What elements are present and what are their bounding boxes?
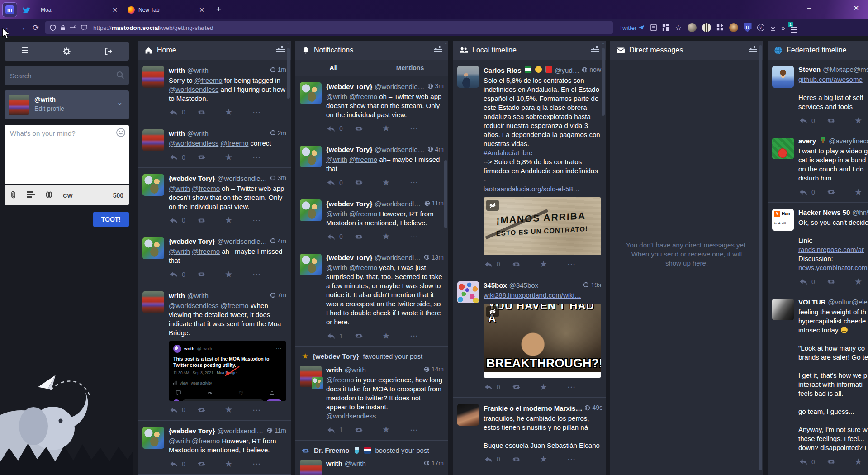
timestamp[interactable]: 1m [270, 65, 286, 74]
boost-action[interactable] [512, 260, 540, 269]
mention-link[interactable]: @worldsendless [169, 139, 218, 147]
display-name[interactable]: writh [169, 291, 185, 300]
display-name[interactable]: {webdev Tory} [326, 253, 372, 262]
favourite-action[interactable]: ★ [854, 458, 868, 466]
boost-action[interactable] [354, 178, 382, 187]
more-icon[interactable]: ··· [568, 456, 576, 463]
more-icon[interactable]: ··· [568, 383, 576, 391]
display-name[interactable]: writh [326, 459, 342, 468]
more-action[interactable]: ··· [568, 383, 596, 391]
scrollbar[interactable]: ⌃ [602, 43, 605, 473]
mention-link[interactable]: @worldsendless [169, 302, 218, 309]
privacy-badger-icon[interactable] [702, 23, 711, 32]
account-handle[interactable]: @writh [187, 291, 209, 300]
favourite-action[interactable]: ★ [854, 188, 868, 196]
tab-mentions[interactable]: Mentions [372, 60, 448, 76]
account-handle[interactable]: @voltur@elekk [828, 298, 868, 307]
toot-button[interactable]: TOOT! [93, 212, 129, 227]
reply-icon[interactable] [326, 232, 336, 242]
boost-action[interactable] [826, 457, 854, 466]
reply-action[interactable]: 1 [326, 331, 354, 341]
avatar-link[interactable] [142, 129, 164, 151]
column-settings-icon[interactable] [591, 46, 599, 55]
avatar-link[interactable] [772, 138, 794, 159]
more-action[interactable]: ··· [410, 179, 438, 186]
scrollbar[interactable] [759, 43, 762, 473]
timestamp[interactable]: 14m [424, 365, 444, 374]
display-name[interactable]: {webdev Tory} [169, 237, 215, 246]
boost-action[interactable] [197, 270, 225, 279]
mention-link[interactable]: @worldsendless [326, 412, 376, 420]
reply-icon[interactable] [326, 178, 336, 187]
boost-icon[interactable] [512, 455, 521, 464]
favourite-action[interactable]: ★ [540, 455, 568, 463]
mention-link[interactable]: @freemo [349, 264, 377, 271]
display-name[interactable]: Hacker News 50 [798, 208, 850, 217]
star-icon[interactable]: ★ [382, 179, 390, 187]
avatar-link[interactable] [772, 299, 794, 320]
reply-icon[interactable] [798, 116, 808, 125]
timestamp[interactable]: 3m [270, 173, 286, 182]
screenshot-icon[interactable] [662, 24, 669, 31]
avatar-link[interactable] [142, 174, 164, 196]
emoji-picker-icon[interactable] [116, 128, 126, 139]
download-icon[interactable] [770, 24, 776, 31]
permissions-icon[interactable] [70, 25, 77, 30]
star-icon[interactable]: ★ [225, 108, 232, 116]
boost-icon[interactable] [197, 270, 206, 279]
reply-icon[interactable] [326, 124, 336, 133]
star-icon[interactable]: ★ [540, 260, 547, 268]
post[interactable]: Fábio b d59s [453, 470, 606, 475]
timestamp[interactable]: now [582, 65, 601, 74]
account-handle[interactable]: @writh [345, 459, 366, 468]
avatar-link[interactable] [300, 460, 322, 475]
content-warning-button[interactable]: CW [63, 192, 73, 199]
account-card[interactable]: @writh Edit profile ⌄ [5, 90, 129, 119]
reader-view-icon[interactable] [650, 24, 657, 31]
more-icon[interactable]: ··· [410, 179, 418, 186]
embedded-tweet-image[interactable]: writh@_writh···This post is a test of th… [169, 341, 286, 401]
favourite-action[interactable]: ★ [854, 278, 868, 286]
reply-icon[interactable] [169, 216, 178, 225]
notification-actor-name[interactable]: {webdev Tory} [313, 352, 359, 361]
star-icon[interactable]: ★ [540, 455, 547, 463]
more-icon[interactable]: ··· [410, 125, 418, 133]
boost-icon[interactable] [197, 459, 206, 469]
column-header-federated[interactable]: Federated timeline [768, 41, 868, 60]
star-icon[interactable]: ★ [225, 460, 232, 468]
more-action[interactable]: ··· [410, 125, 438, 133]
star-icon[interactable]: ★ [854, 188, 862, 196]
more-icon[interactable]: ··· [253, 406, 261, 414]
boost-icon[interactable] [197, 108, 206, 117]
timestamp[interactable]: 13m [424, 253, 444, 262]
display-name[interactable]: {webdev Tory} [169, 427, 215, 436]
reply-action[interactable]: 0 [169, 459, 197, 469]
star-icon[interactable]: ★ [382, 124, 390, 133]
more-action[interactable]: ··· [410, 332, 438, 340]
mention-link[interactable]: @worldsendless [169, 86, 218, 93]
timestamp[interactable]: 2m [270, 128, 286, 138]
favourite-action[interactable]: ★ [382, 179, 410, 187]
close-window-button[interactable]: ✕ [844, 0, 868, 16]
reply-icon[interactable] [798, 277, 808, 286]
account-handle[interactable]: @worldsendles… [375, 145, 425, 154]
post[interactable]: Dr. Freemoboosted your postwrith@writh17… [295, 441, 448, 475]
reply-action[interactable]: 0 [169, 152, 197, 162]
boost-action[interactable] [197, 459, 225, 469]
reply-icon[interactable] [326, 331, 336, 341]
mention-link[interactable]: @freemo [349, 156, 377, 163]
post[interactable]: Steven@Mixtape@mstgithub.com/awesomeHere… [768, 60, 868, 131]
more-action[interactable]: ··· [410, 233, 438, 241]
mention-link[interactable]: @freemo [194, 76, 223, 84]
boost-icon[interactable] [354, 124, 364, 133]
account-handle[interactable]: @writh [187, 129, 209, 138]
post[interactable]: {webdev Tory}@worldsendles…4m@writh @fre… [295, 139, 448, 194]
reply-action[interactable]: 0 [484, 382, 512, 392]
boost-action[interactable] [354, 124, 382, 133]
chevron-down-icon[interactable]: ⌄ [117, 99, 123, 107]
account-handle[interactable]: @writh [187, 66, 209, 75]
account-handle[interactable]: @worldsendles… [217, 174, 267, 183]
extension-avatar-icon[interactable] [688, 23, 697, 32]
boost-action[interactable] [826, 116, 854, 125]
boost-action[interactable] [354, 425, 382, 435]
